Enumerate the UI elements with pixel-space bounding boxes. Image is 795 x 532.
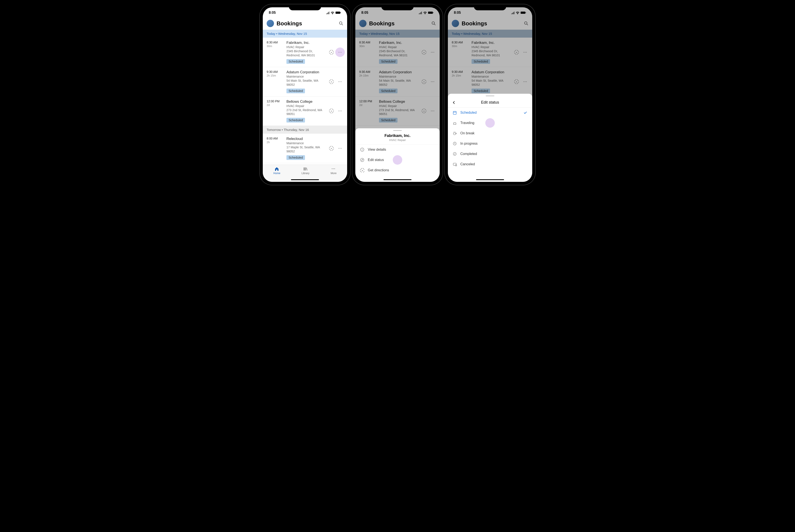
avatar[interactable] (267, 20, 274, 27)
library-icon (303, 167, 308, 171)
booking-time: 12:00 PM (267, 99, 284, 103)
home-indicator[interactable] (476, 179, 504, 180)
booking-address: 2345 Birchwood Dr, Redmond, WA 98101 (286, 49, 325, 57)
nav-more[interactable]: More (330, 167, 337, 182)
search-icon[interactable] (339, 21, 343, 25)
sheet-grabber[interactable] (486, 95, 494, 96)
status-badge: Scheduled (286, 155, 305, 160)
battery-icon (336, 11, 341, 14)
clock-icon (453, 141, 457, 146)
directions-button[interactable] (328, 78, 335, 85)
sheet-item-edit-status[interactable]: Edit status (355, 155, 440, 165)
wifi-icon (330, 11, 335, 14)
booking-row[interactable]: 8:30 AM 30m Fabrikam, Inc. HVAC Repair 2… (263, 38, 347, 67)
back-icon[interactable] (452, 100, 456, 105)
booking-type: HVAC Repair (286, 45, 325, 49)
status-badge: Scheduled (286, 89, 305, 93)
calendar-icon (453, 111, 457, 115)
booking-duration: 2d (267, 103, 284, 107)
sheet-item-get-directions[interactable]: Get directions (355, 165, 440, 175)
coffee-icon (453, 131, 457, 135)
status-badge: Scheduled (286, 118, 305, 122)
page-title: Bookings (276, 20, 337, 27)
sheet-item-view-details[interactable]: View details (355, 145, 440, 155)
header: Bookings (263, 18, 347, 30)
status-option-scheduled[interactable]: Scheduled (448, 108, 532, 118)
status-badge: Scheduled (286, 59, 305, 64)
more-button[interactable] (337, 108, 343, 114)
more-icon (331, 167, 336, 171)
status-option-in-progress[interactable]: In progress (448, 138, 532, 149)
phone-3: 8:05 Bookings Today • Wednesday, Nov 15 … (445, 4, 535, 185)
booking-duration: 2h 15m (267, 74, 284, 77)
nav-home[interactable]: Home (273, 167, 280, 182)
booking-title: Relecloud (286, 137, 325, 141)
booking-address: 17 Maple St, Seattle, WA 98052 (286, 145, 325, 153)
edit-status-sheet: Edit status Scheduled Traveling On break… (448, 94, 532, 182)
phone-1: 8:05 Bookings Today • Wednesday, Nov 15 … (260, 4, 350, 185)
car-icon (453, 121, 457, 125)
booking-type: Maintenance (286, 141, 325, 145)
phone-2: 8:05 Bookings Today • Wednesday, Nov 15 … (352, 4, 443, 185)
booking-row[interactable]: 12:00 PM 2d Bellows College HVAC Repair … (263, 96, 347, 126)
booking-time: 8:00 AM (267, 137, 284, 140)
more-button[interactable] (337, 145, 343, 152)
booking-title: Bellows College (286, 99, 325, 104)
sheet-subtitle: HVAC Repair (359, 138, 436, 141)
booking-duration: 30m (267, 44, 284, 48)
sheet-grabber[interactable] (393, 130, 402, 131)
signal-icon (326, 12, 329, 14)
booking-address: 54 Main St, Seattle, WA 98052 (286, 79, 325, 87)
booking-title: Fabrikam, Inc. (286, 41, 325, 45)
home-icon (274, 167, 279, 171)
booking-time: 8:30 AM (267, 41, 284, 44)
directions-button[interactable] (328, 145, 335, 152)
booking-type: Maintenance (286, 75, 325, 78)
booking-duration: 2h (267, 140, 284, 144)
home-indicator[interactable] (291, 179, 319, 180)
check-icon (523, 111, 527, 115)
status-time: 8:05 (269, 11, 276, 15)
sheet-title: Fabrikam, Inc. (359, 133, 436, 138)
status-option-canceled[interactable]: Canceled (448, 159, 532, 169)
booking-address: 273 2nd St, Redmond, WA 98051 (286, 108, 325, 116)
booking-time: 9:30 AM (267, 70, 284, 74)
booking-type: HVAC Repair (286, 104, 325, 108)
check-circle-icon (453, 152, 457, 156)
sheet-title: Edit status (456, 100, 524, 105)
home-indicator[interactable] (383, 179, 412, 180)
cancel-icon (453, 162, 457, 166)
edit-icon (360, 158, 364, 162)
booking-title: Adatum Corporation (286, 70, 325, 74)
date-banner-today: Today • Wednesday, Nov 15 (263, 30, 347, 38)
booking-row[interactable]: 8:00 AM 2h Relecloud Maintenance 17 Mapl… (263, 134, 347, 163)
status-option-on-break[interactable]: On break (448, 128, 532, 138)
directions-icon (360, 168, 364, 172)
date-banner-tomorrow: Tomorrow • Thursday, Nov 16 (263, 126, 347, 134)
more-button[interactable] (337, 78, 343, 85)
directions-button[interactable] (328, 108, 335, 114)
booking-row[interactable]: 9:30 AM 2h 15m Adatum Corporation Mainte… (263, 67, 347, 96)
more-button[interactable] (337, 49, 343, 55)
directions-button[interactable] (328, 49, 335, 55)
action-sheet: Fabrikam, Inc. HVAC Repair View details … (355, 128, 440, 182)
status-option-completed[interactable]: Completed (448, 149, 532, 159)
info-icon (360, 148, 364, 152)
status-option-traveling[interactable]: Traveling (448, 118, 532, 128)
